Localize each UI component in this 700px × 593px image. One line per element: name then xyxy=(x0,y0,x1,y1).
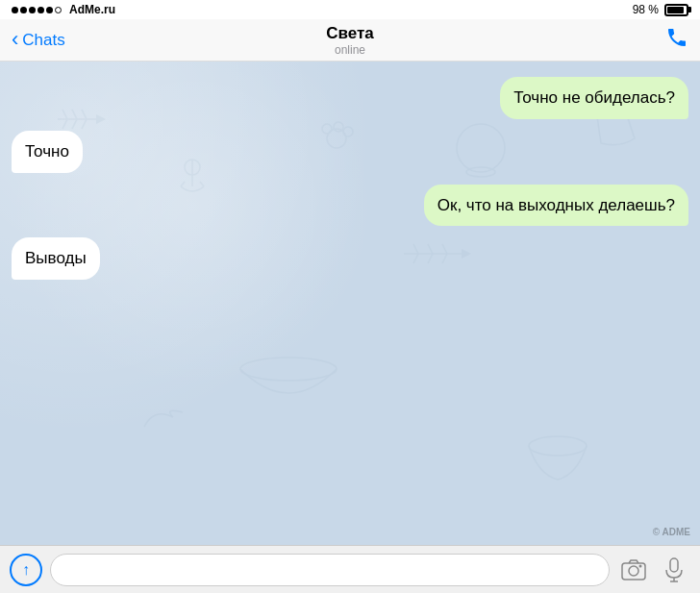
back-button[interactable]: ‹ Chats xyxy=(12,31,65,50)
message-row-1: Точно не обиделась? xyxy=(12,77,688,119)
message-row-2: Точно xyxy=(12,131,688,173)
message-text-4: Выводы xyxy=(25,249,87,267)
svg-line-6 xyxy=(82,119,87,129)
phone-icon xyxy=(665,26,688,49)
message-bubble-4: Выводы xyxy=(12,237,100,280)
battery-fill xyxy=(667,7,684,13)
message-bubble-2: Точно xyxy=(12,131,83,173)
chat-title: Света xyxy=(326,24,374,43)
signal-dot-5 xyxy=(46,7,53,13)
status-left: AdMe.ru xyxy=(12,3,115,16)
camera-button[interactable] xyxy=(617,554,650,586)
send-button[interactable]: ↑ xyxy=(10,554,42,586)
svg-rect-35 xyxy=(670,558,678,572)
svg-point-34 xyxy=(639,564,642,567)
signal-dot-4 xyxy=(38,7,44,13)
mic-button[interactable] xyxy=(658,554,690,586)
battery-icon xyxy=(664,4,688,16)
message-text-2: Точно xyxy=(25,142,69,161)
signal-dot-6 xyxy=(55,7,62,13)
input-bar: ↑ xyxy=(0,545,700,593)
status-right: 98 % xyxy=(633,3,688,16)
signal-dot-3 xyxy=(29,7,36,13)
phone-button[interactable] xyxy=(665,26,688,55)
status-bar: AdMe.ru 98 % xyxy=(0,0,700,19)
nav-bar: ‹ Chats Света online xyxy=(0,19,700,62)
nav-center: Света online xyxy=(326,24,374,57)
message-text-3: Ок, что на выходных делаешь? xyxy=(438,196,675,214)
svg-point-30 xyxy=(240,358,337,381)
send-icon: ↑ xyxy=(22,561,30,579)
svg-line-2 xyxy=(62,119,67,129)
message-bubble-3: Ок, что на выходных делаешь? xyxy=(424,185,688,227)
message-row-4: Выводы xyxy=(12,237,688,280)
message-row-3: Ок, что на выходных делаешь? xyxy=(12,185,688,227)
message-bubble-1: Точно не обиделась? xyxy=(500,77,688,119)
back-chevron-icon: ‹ xyxy=(12,29,18,50)
message-text-1: Точно не обиделась? xyxy=(513,88,675,107)
svg-point-33 xyxy=(629,566,638,576)
signal-dots xyxy=(12,7,62,13)
battery-percentage: 98 % xyxy=(633,3,659,16)
svg-point-31 xyxy=(529,436,587,456)
back-label: Chats xyxy=(22,31,64,50)
message-input[interactable] xyxy=(50,554,610,586)
chat-area: Точно не обиделась? Точно Ок, что на вых… xyxy=(0,62,700,545)
camera-icon xyxy=(621,559,646,581)
online-status: online xyxy=(326,43,374,57)
svg-line-4 xyxy=(72,119,77,129)
watermark: © ADME xyxy=(653,527,690,537)
mic-icon xyxy=(664,557,684,582)
carrier-name: AdMe.ru xyxy=(69,3,115,16)
signal-dot-1 xyxy=(12,7,18,13)
signal-dot-2 xyxy=(20,7,27,13)
